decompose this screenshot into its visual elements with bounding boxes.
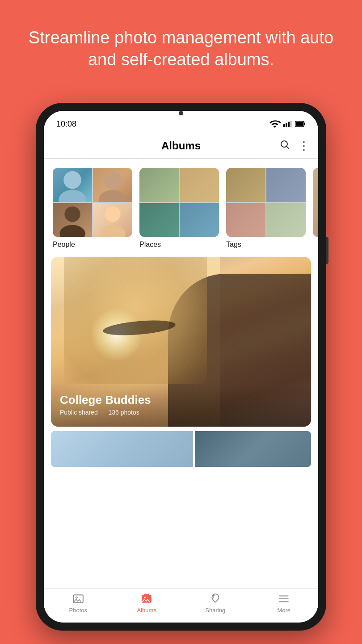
album-info-overlay: College Buddies Public shared · 136 phot… bbox=[51, 384, 311, 427]
tags-thumbnail bbox=[226, 168, 306, 237]
tags-thumb-4 bbox=[266, 203, 306, 237]
sharing-nav-label: Sharing bbox=[205, 607, 225, 614]
svg-point-10 bbox=[76, 597, 77, 598]
category-tags[interactable]: Tags bbox=[226, 168, 306, 249]
svg-rect-3 bbox=[290, 121, 292, 127]
svg-rect-5 bbox=[304, 123, 305, 125]
status-icons bbox=[269, 118, 306, 130]
places-thumbnail bbox=[139, 168, 219, 237]
status-bar: 10:08 bbox=[44, 111, 318, 133]
search-icon[interactable] bbox=[279, 139, 290, 153]
featured-album[interactable]: College Buddies Public shared · 136 phot… bbox=[51, 257, 311, 427]
app-header: Albums ⋮ bbox=[44, 133, 318, 158]
svg-rect-2 bbox=[288, 122, 290, 127]
header-actions: ⋮ bbox=[279, 139, 309, 153]
tags-thumb-2 bbox=[266, 168, 306, 202]
more-vert-icon[interactable]: ⋮ bbox=[298, 139, 309, 153]
bottom-album-strip[interactable] bbox=[51, 431, 311, 467]
categories-row: People Places bbox=[44, 159, 318, 253]
status-time: 10:08 bbox=[56, 119, 76, 129]
more-category-thumbnail bbox=[313, 168, 318, 237]
album-visibility: Public shared bbox=[60, 409, 98, 416]
places-label: Places bbox=[139, 241, 161, 249]
places-thumb-4 bbox=[180, 203, 219, 237]
strip-right bbox=[195, 431, 311, 467]
content-area: People Places bbox=[44, 159, 318, 588]
album-name: College Buddies bbox=[60, 393, 302, 407]
battery-icon bbox=[295, 121, 306, 127]
category-people[interactable]: People bbox=[53, 168, 132, 249]
people-thumb-4 bbox=[93, 203, 132, 237]
nav-item-albums[interactable]: Albums bbox=[113, 593, 181, 614]
nav-item-more[interactable]: More bbox=[250, 593, 319, 614]
wifi-icon bbox=[269, 118, 281, 130]
places-thumb-1 bbox=[139, 168, 179, 202]
svg-rect-1 bbox=[286, 123, 287, 127]
svg-rect-6 bbox=[296, 122, 303, 126]
more-nav-icon bbox=[278, 593, 290, 605]
albums-nav-icon bbox=[141, 593, 152, 605]
sharing-nav-icon bbox=[210, 593, 221, 605]
people-thumb-1 bbox=[53, 168, 92, 202]
photos-nav-icon bbox=[72, 593, 84, 605]
album-dot: · bbox=[102, 409, 104, 416]
nav-item-sharing[interactable]: Sharing bbox=[181, 593, 250, 614]
svg-line-8 bbox=[287, 147, 289, 149]
signal-icon bbox=[283, 121, 292, 127]
tags-label: Tags bbox=[226, 241, 241, 249]
people-thumb-2 bbox=[93, 168, 132, 202]
albums-nav-label: Albums bbox=[137, 607, 156, 614]
places-thumb-2 bbox=[180, 168, 219, 202]
category-places[interactable]: Places bbox=[139, 168, 219, 249]
phone-screen: 10:08 bbox=[44, 111, 318, 623]
more-nav-label: More bbox=[277, 607, 290, 614]
category-more[interactable] bbox=[313, 168, 318, 249]
page-title: Albums bbox=[161, 140, 201, 152]
people-thumbnail bbox=[53, 168, 132, 237]
places-thumb-3 bbox=[139, 203, 179, 237]
photos-nav-label: Photos bbox=[69, 607, 87, 614]
album-meta: Public shared · 136 photos bbox=[60, 409, 302, 416]
tags-thumb-3 bbox=[226, 203, 265, 237]
svg-rect-9 bbox=[73, 595, 83, 602]
album-photo-count: 136 photos bbox=[109, 409, 139, 416]
strip-left bbox=[51, 431, 193, 467]
people-label: People bbox=[53, 241, 75, 249]
tags-thumb-1 bbox=[226, 168, 265, 202]
hero-text: Streamline photo management with auto an… bbox=[0, 0, 362, 85]
bottom-nav: Photos Albums Sharing bbox=[44, 588, 318, 623]
svg-rect-13 bbox=[144, 594, 149, 595]
svg-rect-11 bbox=[142, 595, 152, 602]
nav-item-photos[interactable]: Photos bbox=[44, 593, 113, 614]
people-thumb-3 bbox=[53, 203, 92, 237]
phone-shell: 10:08 bbox=[36, 103, 326, 631]
svg-rect-0 bbox=[283, 124, 285, 127]
svg-point-12 bbox=[144, 597, 146, 598]
